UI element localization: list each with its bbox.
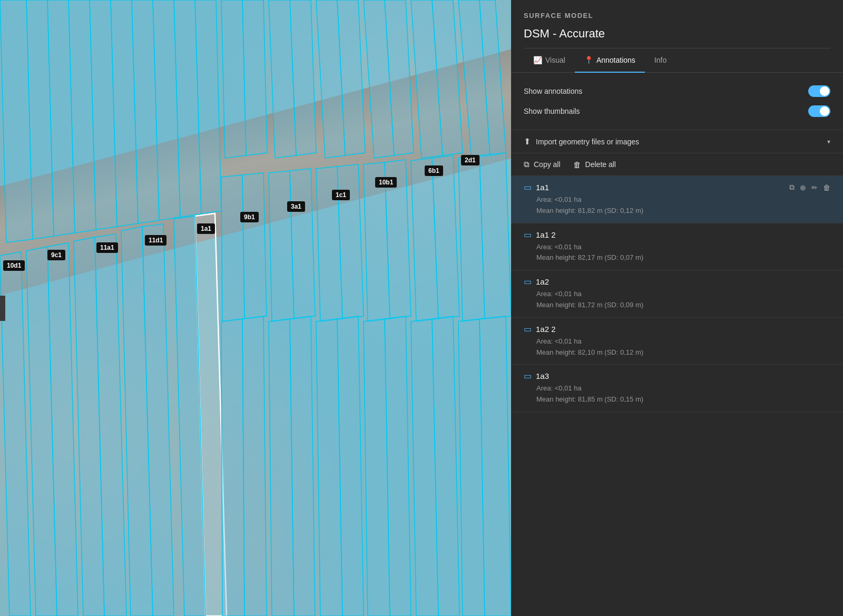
annotation-item-1a1[interactable]: ▭ 1a1 ⧉ ⊕ ✏ 🗑 Area: <0,01 ha Mean height… bbox=[511, 176, 843, 223]
copy-annotation-icon[interactable]: ⧉ bbox=[789, 277, 795, 286]
show-annotations-row: Show annotations bbox=[524, 81, 830, 101]
annotation-item-1a1_2[interactable]: ▭ 1a1 2 ⧉ ⊕ ✏ 🗑 Area: <0,01 ha Mean heig… bbox=[511, 223, 843, 271]
delete-annotation-icon[interactable]: 🗑 bbox=[823, 183, 830, 192]
pin-icon: 📍 bbox=[584, 56, 593, 64]
show-thumbnails-label: Show thumbnails bbox=[524, 107, 580, 115]
import-row[interactable]: ⬆ Import geometry files or images ▾ bbox=[511, 130, 843, 153]
svg-marker-40 bbox=[269, 171, 294, 321]
delete-annotation-icon[interactable]: 🗑 bbox=[823, 372, 830, 380]
copy-icon: ⧉ bbox=[524, 160, 530, 169]
edit-annotation-icon[interactable]: ✏ bbox=[811, 183, 818, 192]
delete-annotation-icon[interactable]: 🗑 bbox=[823, 230, 830, 239]
svg-marker-52 bbox=[269, 319, 294, 616]
annotation-name: 1a3 bbox=[536, 371, 549, 380]
map-svg: .parcel { stroke: #00c8f0; stroke-width:… bbox=[0, 0, 511, 616]
show-annotations-toggle[interactable] bbox=[808, 85, 830, 97]
model-name: DSM - Accurate bbox=[524, 27, 830, 48]
svg-marker-53 bbox=[242, 316, 267, 616]
polygon-icon: ▭ bbox=[524, 324, 532, 334]
copy-annotation-icon[interactable]: ⧉ bbox=[789, 230, 795, 239]
svg-marker-54 bbox=[221, 319, 244, 616]
polygon-icon: ▭ bbox=[524, 371, 532, 381]
side-panel: SURFACE MODEL DSM - Accurate 📈 Visual 📍 … bbox=[511, 0, 843, 616]
polygon-icon: ▭ bbox=[524, 277, 532, 287]
svg-marker-11 bbox=[221, 0, 246, 158]
edit-annotation-icon[interactable]: ✏ bbox=[811, 278, 818, 286]
copy-annotation-icon[interactable]: ⧉ bbox=[789, 183, 795, 192]
show-annotations-label: Show annotations bbox=[524, 87, 582, 95]
svg-marker-10 bbox=[242, 0, 267, 155]
chevron-down-icon: ▾ bbox=[827, 138, 830, 145]
annotation-actions: ⧉ ⊕ ✏ 🗑 bbox=[789, 183, 830, 192]
svg-marker-41 bbox=[242, 173, 267, 319]
annotation-mean-height: Mean height: 81,72 m (SD: 0,09 m) bbox=[536, 300, 830, 311]
annotation-area: Area: <0,01 ha bbox=[536, 336, 830, 347]
annotation-area: Area: <0,01 ha bbox=[536, 242, 830, 253]
annotation-item-1a2_2[interactable]: ▭ 1a2 2 ⧉ ⊕ ✏ 🗑 Area: <0,01 ha Mean heig… bbox=[511, 318, 843, 365]
locate-annotation-icon[interactable]: ⊕ bbox=[800, 230, 806, 239]
svg-marker-42 bbox=[221, 175, 244, 321]
chart-icon: 📈 bbox=[533, 56, 542, 64]
trash-icon: 🗑 bbox=[573, 160, 581, 169]
annotation-list: › ▭ 1a1 ⧉ ⊕ ✏ 🗑 Area: <0,01 ha Mean heig… bbox=[511, 176, 843, 616]
action-row: ⧉ Copy all 🗑 Delete all bbox=[511, 153, 843, 176]
annotation-mean-height: Mean height: 82,10 m (SD: 0,12 m) bbox=[536, 347, 830, 358]
map-area[interactable]: .parcel { stroke: #00c8f0; stroke-width:… bbox=[0, 0, 511, 616]
copy-all-button[interactable]: ⧉ Copy all bbox=[524, 160, 561, 169]
controls-section: Show annotations Show thumbnails bbox=[511, 73, 843, 130]
annotation-name: 1a2 bbox=[536, 277, 549, 286]
annotation-name: 1a1 2 bbox=[536, 230, 556, 239]
polygon-icon: ▭ bbox=[524, 182, 532, 192]
annotation-area: Area: <0,01 ha bbox=[536, 383, 830, 394]
tab-info[interactable]: Info bbox=[645, 48, 676, 73]
locate-annotation-icon[interactable]: ⊕ bbox=[800, 325, 806, 333]
tab-visual[interactable]: 📈 Visual bbox=[524, 48, 575, 73]
annotation-mean-height: Mean height: 81,82 m (SD: 0,12 m) bbox=[536, 206, 830, 217]
delete-all-button[interactable]: 🗑 Delete all bbox=[573, 160, 616, 169]
polygon-icon: ▭ bbox=[524, 230, 532, 240]
import-icon: ⬆ bbox=[524, 136, 531, 146]
annotation-area: Area: <0,01 ha bbox=[536, 289, 830, 300]
delete-annotation-icon[interactable]: 🗑 bbox=[823, 325, 830, 333]
locate-annotation-icon[interactable]: ⊕ bbox=[800, 183, 806, 192]
annotation-mean-height: Mean height: 82,17 m (SD: 0,07 m) bbox=[536, 252, 830, 263]
show-thumbnails-row: Show thumbnails bbox=[524, 101, 830, 121]
import-label: Import geometry files or images bbox=[536, 138, 639, 146]
tab-annotations[interactable]: 📍 Annotations bbox=[575, 48, 645, 73]
annotation-name: 1a2 2 bbox=[536, 325, 556, 334]
panel-tabs: 📈 Visual 📍 Annotations Info bbox=[511, 48, 843, 73]
annotation-item-1a3[interactable]: ▭ 1a3 ⧉ ⊕ ✏ 🗑 Area: <0,01 ha Mean height… bbox=[511, 365, 843, 412]
delete-annotation-icon[interactable]: 🗑 bbox=[823, 278, 830, 286]
panel-section-title: SURFACE MODEL bbox=[524, 12, 830, 19]
edit-annotation-icon[interactable]: ✏ bbox=[811, 372, 818, 380]
copy-annotation-icon[interactable]: ⧉ bbox=[789, 371, 795, 380]
locate-annotation-icon[interactable]: ⊕ bbox=[800, 372, 806, 380]
locate-annotation-icon[interactable]: ⊕ bbox=[800, 278, 806, 286]
edit-annotation-icon[interactable]: ✏ bbox=[811, 230, 818, 239]
show-thumbnails-toggle[interactable] bbox=[808, 105, 830, 117]
edit-annotation-icon[interactable]: ✏ bbox=[811, 325, 818, 333]
annotation-area: Area: <0,01 ha bbox=[536, 194, 830, 206]
copy-annotation-icon[interactable]: ⧉ bbox=[789, 325, 795, 334]
annotation-item-1a2[interactable]: ▭ 1a2 ⧉ ⊕ ✏ 🗑 Area: <0,01 ha Mean height… bbox=[511, 270, 843, 318]
annotation-name: 1a1 bbox=[536, 183, 549, 192]
annotation-mean-height: Mean height: 81,85 m (SD: 0,15 m) bbox=[536, 394, 830, 405]
panel-header: SURFACE MODEL DSM - Accurate bbox=[511, 0, 843, 48]
